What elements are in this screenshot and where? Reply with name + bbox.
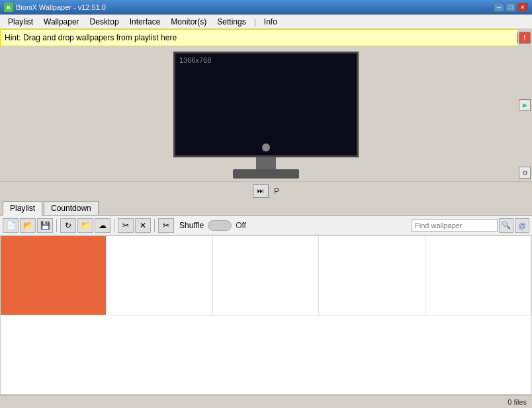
menu-settings[interactable]: Settings xyxy=(212,16,251,28)
menu-monitors[interactable]: Monitor(s) xyxy=(165,16,212,28)
file-cell-5 xyxy=(425,236,531,315)
menu-wallpaper[interactable]: Wallpaper xyxy=(38,16,85,28)
folder-button[interactable]: 📁 xyxy=(77,218,93,233)
playlist-toolbar: 📄 📂 💾 ↻ 📁 ☁ ✂ ✕ xyxy=(0,216,532,235)
menu-playlist[interactable]: Playlist xyxy=(3,16,38,28)
tabs-bar: Playlist Countdown xyxy=(0,200,532,216)
play-icon: ▶ xyxy=(523,102,527,108)
skip-button[interactable]: ⏭ xyxy=(253,184,269,198)
maximize-button[interactable]: □ xyxy=(506,3,516,12)
toolbar-sep1 xyxy=(56,219,57,232)
playlist-section: Playlist Countdown 📄 📂 💾 ↻ 📁 ☁ xyxy=(0,200,532,395)
save-icon: 💾 xyxy=(40,221,50,230)
controls-bar: ⏭ P xyxy=(0,181,532,200)
open-icon: 📂 xyxy=(23,221,33,230)
cloud-icon: ☁ xyxy=(99,221,107,230)
search-icon: 🔍 xyxy=(502,221,511,229)
warning-button[interactable]: ! xyxy=(519,32,531,44)
right-panel: ! ▶ ⚙ xyxy=(517,29,532,181)
file-cell-1[interactable] xyxy=(1,236,107,315)
app-icon: B xyxy=(4,3,13,12)
monitor-container: 1366x768 xyxy=(173,52,359,179)
p-label: P xyxy=(274,186,279,196)
gear-icon: ⚙ xyxy=(522,169,528,177)
shuffle-toggle[interactable] xyxy=(208,220,232,231)
file-cell-2 xyxy=(107,236,212,315)
off-label: Off xyxy=(236,221,246,230)
hint-text: Hint: Drag and drop wallpapers from play… xyxy=(5,33,177,42)
file-cell-4 xyxy=(319,236,425,315)
menu-info[interactable]: Info xyxy=(259,16,283,28)
hint-bar: Hint: Drag and drop wallpapers from play… xyxy=(0,29,532,46)
delete-button[interactable]: ✕ xyxy=(135,218,151,233)
monitor-button xyxy=(262,143,270,151)
toolbar-sep3 xyxy=(154,219,155,232)
cut-icon: ✂ xyxy=(122,221,129,230)
tab-countdown[interactable]: Countdown xyxy=(44,201,99,215)
main-area: Hint: Drag and drop wallpapers from play… xyxy=(0,29,532,408)
cut-button[interactable]: ✂ xyxy=(118,218,134,233)
folder-icon: 📁 xyxy=(81,221,91,230)
monitor-resolution: 1366x768 xyxy=(179,56,211,64)
close-button[interactable]: ✕ xyxy=(517,3,528,12)
at-icon: @ xyxy=(518,222,525,229)
settings-side-button[interactable]: ⚙ xyxy=(519,167,531,179)
title-bar: B BioniX Wallpaper - v12.51.0 ─ □ ✕ xyxy=(0,0,532,15)
find-button[interactable]: 🔍 xyxy=(499,218,513,233)
monitor-screen: 1366x768 xyxy=(173,52,359,157)
find-input[interactable] xyxy=(412,219,498,232)
refresh-icon: ↻ xyxy=(65,221,71,230)
monitor-stand-neck xyxy=(256,157,276,169)
tab-playlist[interactable]: Playlist xyxy=(3,201,42,216)
title-bar-left: B BioniX Wallpaper - v12.51.0 xyxy=(4,3,106,12)
scissors-button[interactable]: ✂ xyxy=(158,218,174,233)
at-button[interactable]: @ xyxy=(515,218,529,233)
new-icon: 📄 xyxy=(6,221,16,230)
delete-icon: ✕ xyxy=(140,221,146,230)
refresh-button[interactable]: ↻ xyxy=(60,218,76,233)
file-cell-3 xyxy=(213,236,319,315)
open-button[interactable]: 📂 xyxy=(20,218,36,233)
toolbar-sep2 xyxy=(114,219,114,232)
files-count: 0 files xyxy=(508,398,527,406)
minimize-button[interactable]: ─ xyxy=(494,3,504,12)
menu-desktop[interactable]: Desktop xyxy=(85,16,124,28)
warning-icon: ! xyxy=(523,34,525,42)
menu-separator: | xyxy=(251,17,259,26)
status-bar: 0 files xyxy=(0,395,532,408)
cloud-button[interactable]: ☁ xyxy=(95,218,111,233)
play-button[interactable]: ▶ xyxy=(519,99,531,111)
monitor-stand-base xyxy=(233,169,299,179)
scissors-icon: ✂ xyxy=(163,221,169,230)
menu-bar: Playlist Wallpaper Desktop Interface Mon… xyxy=(0,15,532,29)
app-title: BioniX Wallpaper - v12.51.0 xyxy=(16,3,106,11)
save-button[interactable]: 💾 xyxy=(37,218,53,233)
window-controls: ─ □ ✕ xyxy=(494,3,528,12)
shuffle-label: Shuffle xyxy=(179,221,204,230)
menu-interface[interactable]: Interface xyxy=(124,16,166,28)
preview-area: Hint: Drag and drop wallpapers from play… xyxy=(0,29,532,181)
file-grid xyxy=(0,235,532,395)
new-button[interactable]: 📄 xyxy=(3,218,19,233)
